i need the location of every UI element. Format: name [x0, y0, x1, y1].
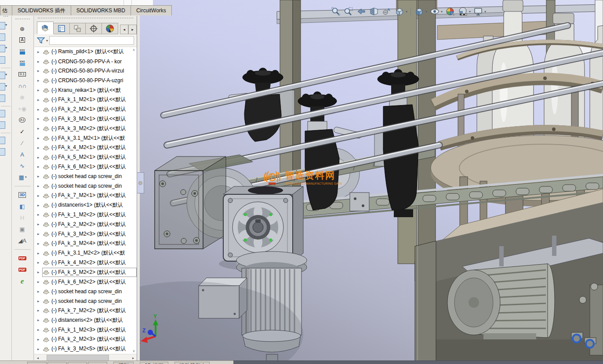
fastener-callout-icon[interactable]: ◢A: [12, 235, 33, 246]
tab-3d-views[interactable]: 3D 视图: [140, 362, 168, 364]
tree-item[interactable]: (-) FA_k_7_M2<1> (默认<<默认: [34, 191, 137, 200]
expand-arrow-icon[interactable]: [37, 270, 42, 274]
clipped-icon[interactable]: [0, 45, 5, 52]
pane-split-button[interactable]: [27, 362, 47, 364]
dropdown-caret-icon[interactable]: ▾: [5, 23, 7, 27]
pane-split-button[interactable]: [68, 362, 87, 364]
expand-arrow-icon[interactable]: [37, 222, 42, 226]
clipped-icon[interactable]: [0, 95, 5, 102]
tab-motion-study[interactable]: 运动算例 1: [174, 362, 210, 364]
tree-item[interactable]: (-) CRDNG-50-80-PPV-A-virzul: [34, 66, 137, 76]
tree-item[interactable]: (-) FA_k_3_M2<3> (默认<<默认: [34, 229, 137, 239]
panel-collapse-handle[interactable]: [137, 172, 144, 193]
expand-arrow-icon[interactable]: [37, 107, 42, 112]
scroll-up-icon[interactable]: ∧: [133, 48, 135, 52]
clipped-icon[interactable]: [0, 110, 5, 117]
expand-arrow-icon[interactable]: [37, 136, 42, 140]
view-settings-caret[interactable]: ▾: [484, 10, 486, 14]
scrollbar-thumb[interactable]: [47, 355, 109, 361]
tab-featuremanager-design-tree[interactable]: [37, 22, 54, 34]
graphics-viewport[interactable]: Y X Z: [140, 0, 603, 364]
pane-split-button[interactable]: [88, 362, 107, 364]
tree-item[interactable]: (-) Ramis_pild<1> (默认<<默认: [34, 47, 137, 57]
expand-arrow-icon[interactable]: [37, 289, 42, 294]
evaluate-toolbar[interactable]: ⊛ A xxx xxx 0.1 ∩∩: [12, 16, 34, 360]
zoom-a1-icon[interactable]: A1: [12, 114, 33, 126]
tree-item[interactable]: (-) FA_k_7_M2<2> (默认<<默认: [34, 306, 137, 316]
tree-item[interactable]: (-) FA_k_4_M2<2> (默认<<默认: [34, 258, 137, 268]
tree-filter-input[interactable]: [49, 36, 134, 45]
clipped-icon[interactable]: [0, 148, 5, 156]
dropdown-caret-icon[interactable]: ▾: [5, 73, 7, 76]
filter-caret-icon[interactable]: ▾: [46, 39, 48, 43]
tree-item[interactable]: (-) FA_k_1_M2<2> (默认<<默认: [34, 210, 137, 220]
tab-evaluate-partial[interactable]: 估: [0, 5, 12, 15]
clipped-icon[interactable]: [0, 83, 5, 91]
scroll-right-icon[interactable]: ▸: [130, 356, 137, 360]
tree-item[interactable]: (-) FA_k_3_M2<2> (默认<<默认: [34, 124, 137, 133]
tree-item[interactable]: (-) FA_k_3.1_M2<1> (默认<<默: [34, 133, 137, 143]
annotation-view-icon[interactable]: A: [12, 34, 33, 46]
export-3dpdf-icon[interactable]: PDF: [12, 264, 33, 275]
expand-arrow-icon[interactable]: [37, 212, 42, 217]
expand-arrow-icon[interactable]: [37, 280, 42, 284]
toolbar-drag-handle[interactable]: [15, 18, 30, 22]
expand-arrow-icon[interactable]: [37, 174, 42, 178]
expand-arrow-icon[interactable]: [37, 308, 42, 313]
expand-arrow-icon[interactable]: [37, 232, 42, 236]
expand-arrow-icon[interactable]: [37, 193, 42, 198]
tree-vertical-scrollbar[interactable]: ∧ ∨: [131, 47, 137, 354]
hide-show-disabled-icon[interactable]: +◉: [12, 103, 33, 114]
clipped-icon[interactable]: [0, 72, 5, 79]
expand-arrow-icon[interactable]: [37, 260, 42, 265]
filter-funnel-icon[interactable]: [37, 37, 45, 44]
apply-scene-caret[interactable]: ▾: [469, 10, 471, 14]
expand-arrow-icon[interactable]: [37, 146, 42, 150]
check-mark-icon[interactable]: ✓: [12, 126, 33, 137]
tree-item[interactable]: (-) socket head cap screw_din: [34, 171, 137, 181]
view-orientation-icon[interactable]: [394, 6, 405, 17]
tree-item[interactable]: (-) FA_k_2_M2<3> (默认<<默认: [34, 335, 137, 344]
edrawings-icon[interactable]: e: [12, 275, 33, 287]
expand-arrow-icon[interactable]: [37, 318, 42, 322]
tree-item[interactable]: (-) FA_k_3_M2<1> (默认<<默认: [34, 114, 137, 124]
isolate-disabled-icon[interactable]: H: [12, 212, 33, 223]
expand-arrow-icon[interactable]: [37, 251, 42, 255]
expand-arrow-icon[interactable]: [37, 328, 42, 332]
clipped-icon[interactable]: [0, 137, 5, 144]
view-orientation-caret[interactable]: ▾: [406, 10, 407, 14]
tab-solidworks-addins[interactable]: SOLIDWORKS 插件: [12, 5, 71, 15]
tab-circuitworks[interactable]: CircuitWorks: [131, 5, 172, 15]
tree-item[interactable]: (-) FA_k_2_M2<2> (默认<<默认: [34, 219, 137, 229]
tree-item[interactable]: (-) CRDNG-50-80-PPV-A-uzgri: [34, 76, 137, 85]
section-view-icon[interactable]: ◧: [12, 200, 33, 212]
note-icon[interactable]: A: [12, 149, 33, 160]
scroll-left-icon[interactable]: ◂: [34, 356, 41, 360]
clipped-icon[interactable]: [0, 56, 5, 64]
machine-cabinet[interactable]: [415, 189, 603, 364]
tree-item[interactable]: (-) FA_k_3_M2<5> (默认<<默认: [34, 344, 137, 354]
tree-item[interactable]: (-) socket head cap screw_din: [34, 296, 137, 306]
zoom-to-fit-icon[interactable]: [331, 6, 341, 17]
panel-tab-scroll-right[interactable]: ▸: [128, 25, 137, 34]
tree-item[interactable]: (-) FA_k_5_M2<1> (默认<<默认: [34, 153, 137, 162]
comment-icon[interactable]: ▣: [12, 223, 33, 235]
expand-arrow-icon[interactable]: [37, 164, 42, 169]
tree-item[interactable]: (-) FA_k_4_M2<1> (默认<<默认: [34, 143, 137, 153]
clipped-icon[interactable]: [0, 121, 5, 129]
zoom-to-area-icon[interactable]: [343, 6, 354, 17]
clipped-toolbar-strip[interactable]: ▾ ▾ ▾ ▾: [0, 16, 12, 360]
3d-views-icon[interactable]: 3D: [12, 189, 33, 200]
featuremanager-panel[interactable]: ◂ ▸ ▾ (-) Ramis_pild<1> (默认<<默认: [34, 16, 137, 360]
panel-tabs[interactable]: ◂ ▸: [34, 22, 137, 34]
expand-arrow-icon[interactable]: [37, 241, 42, 246]
measure-icon[interactable]: ∿: [12, 160, 33, 171]
tree-item[interactable]: (-) FA_k_1_M2<3> (默认<<默认: [34, 325, 137, 335]
expand-arrow-icon[interactable]: [37, 69, 42, 73]
performance-evaluation-icon[interactable]: ⊛: [12, 23, 33, 34]
expand-arrow-icon[interactable]: [37, 50, 42, 54]
expand-arrow-icon[interactable]: [37, 116, 42, 121]
tree-filter-row[interactable]: ▾: [34, 34, 137, 47]
commandmanager-tabs[interactable]: 估 SOLIDWORKS 插件 SOLIDWORKS MBD CircuitWo…: [0, 5, 172, 16]
expand-arrow-icon[interactable]: [37, 299, 42, 303]
